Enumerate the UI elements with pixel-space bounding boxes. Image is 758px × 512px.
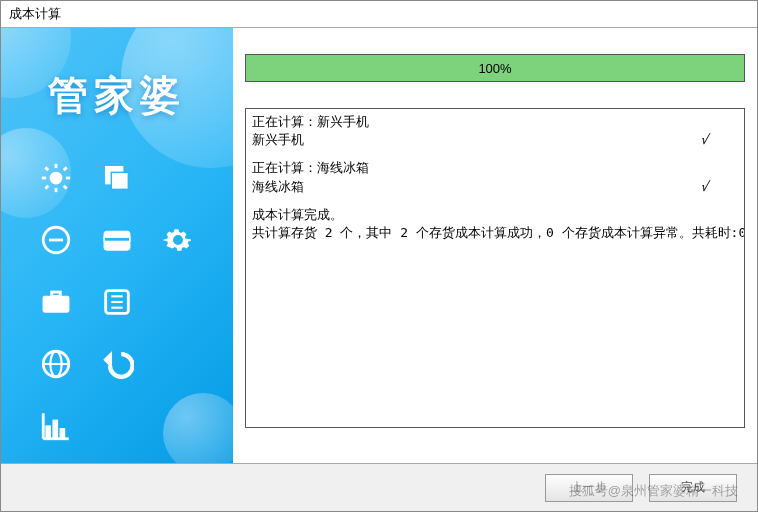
blank5-icon bbox=[158, 406, 198, 446]
svg-rect-15 bbox=[44, 296, 70, 312]
sidebar-icon-grid bbox=[31, 158, 203, 463]
check-icon: √ bbox=[700, 178, 738, 196]
svg-line-8 bbox=[64, 167, 67, 170]
log-line: 共计算存货 2 个，其中 2 个存货成本计算成功，0 个存货成本计算异常。共耗时… bbox=[252, 224, 738, 242]
blank4-icon bbox=[97, 406, 137, 446]
done-button[interactable]: 完成 bbox=[649, 474, 737, 502]
wallet-icon bbox=[97, 220, 137, 260]
svg-point-0 bbox=[51, 172, 62, 183]
stack-icon bbox=[97, 158, 137, 198]
blank2-icon bbox=[158, 282, 198, 322]
log-text: 新兴手机 bbox=[252, 131, 304, 149]
book-icon bbox=[97, 282, 137, 322]
svg-line-7 bbox=[46, 186, 49, 189]
log-line: 正在计算：新兴手机 bbox=[252, 113, 738, 131]
log-text: 正在计算：新兴手机 bbox=[252, 113, 369, 131]
log-line: 新兴手机√ bbox=[252, 131, 738, 149]
log-line: 成本计算完成。 bbox=[252, 206, 738, 224]
svg-rect-28 bbox=[61, 429, 65, 438]
cost-calc-window: 成本计算 管家婆 bbox=[0, 0, 758, 512]
minus-icon bbox=[36, 220, 76, 260]
svg-rect-26 bbox=[46, 426, 50, 437]
svg-rect-14 bbox=[104, 237, 130, 241]
window-body: 管家婆 bbox=[1, 27, 757, 463]
log-line: 海线冰箱√ bbox=[252, 178, 738, 196]
window-title: 成本计算 bbox=[1, 1, 757, 27]
log-line: 正在计算：海线冰箱 bbox=[252, 159, 738, 177]
progress-bar-container: 100% bbox=[245, 54, 745, 82]
footer-bar: 上一步 完成 bbox=[1, 463, 757, 511]
log-output: 正在计算：新兴手机新兴手机√正在计算：海线冰箱海线冰箱√成本计算完成。共计算存货… bbox=[245, 108, 745, 428]
check-icon: √ bbox=[700, 131, 738, 149]
sun-icon bbox=[36, 158, 76, 198]
svg-rect-10 bbox=[111, 172, 128, 189]
log-text: 正在计算：海线冰箱 bbox=[252, 159, 369, 177]
blank-icon bbox=[158, 158, 198, 198]
svg-line-6 bbox=[64, 186, 67, 189]
gear-icon bbox=[158, 220, 198, 260]
progress-label: 100% bbox=[246, 55, 744, 81]
globe-icon bbox=[36, 344, 76, 384]
blank3-icon bbox=[158, 344, 198, 384]
svg-rect-27 bbox=[53, 420, 57, 437]
log-text: 海线冰箱 bbox=[252, 178, 304, 196]
log-text: 共计算存货 2 个，其中 2 个存货成本计算成功，0 个存货成本计算异常。共耗时… bbox=[252, 224, 745, 242]
svg-rect-16 bbox=[52, 292, 61, 296]
log-text: 成本计算完成。 bbox=[252, 206, 343, 224]
prev-button[interactable]: 上一步 bbox=[545, 474, 633, 502]
barchart-icon bbox=[36, 406, 76, 446]
svg-line-5 bbox=[46, 167, 49, 170]
undo-icon bbox=[97, 344, 137, 384]
app-name: 管家婆 bbox=[1, 68, 233, 123]
briefcase-icon bbox=[36, 282, 76, 322]
sidebar: 管家婆 bbox=[1, 28, 233, 463]
main-panel: 100% 正在计算：新兴手机新兴手机√正在计算：海线冰箱海线冰箱√成本计算完成。… bbox=[233, 28, 757, 463]
